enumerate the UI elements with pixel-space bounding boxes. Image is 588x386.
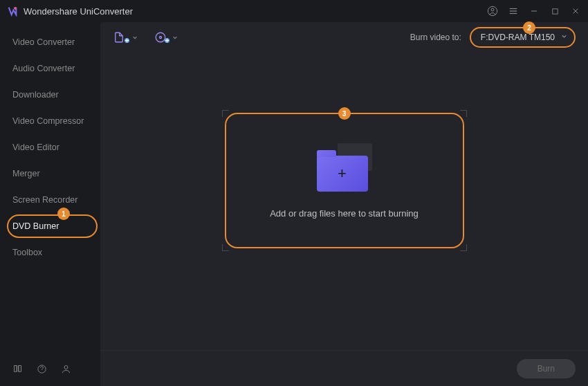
burn-to-label: Burn video to: [410, 33, 461, 42]
sidebar-item-label: Toolbox [12, 248, 42, 257]
svg-point-11 [64, 366, 68, 369]
sidebar-item-label: Audio Converter [12, 64, 75, 73]
corner-marker [222, 110, 229, 117]
titlebar-controls [487, 6, 581, 17]
svg-point-0 [14, 7, 17, 10]
sidebar-footer [0, 354, 100, 386]
add-file-icon[interactable] [113, 31, 138, 44]
chevron-down-icon [561, 34, 567, 42]
toolbar: Burn video to: 2 F:DVD-RAM TM150 [100, 22, 588, 53]
menu-icon[interactable] [508, 6, 519, 17]
callout-badge-3: 3 [338, 107, 351, 120]
content-area: Burn video to: 2 F:DVD-RAM TM150 3 [100, 22, 588, 386]
content-footer: Burn [100, 350, 588, 386]
callout-badge-1: 1 [57, 208, 70, 220]
add-folder-icon: + [317, 143, 372, 192]
account-icon[interactable] [487, 6, 498, 17]
add-disc-icon[interactable] [154, 31, 178, 44]
sidebar-item-toolbox[interactable]: Toolbox [0, 239, 100, 266]
sidebar-item-video-converter[interactable]: Video Converter [0, 29, 100, 55]
corner-marker [460, 110, 467, 117]
sidebar-item-label: Video Compressor [12, 116, 84, 126]
sidebar-item-label: Screen Recorder [12, 195, 78, 205]
callout-badge-2: 2 [523, 21, 535, 34]
minimize-icon[interactable] [529, 6, 540, 17]
corner-marker [460, 244, 467, 251]
drop-area[interactable]: 3 + Add or drag files here to start burn… [225, 113, 464, 248]
sidebar-item-screen-recorder[interactable]: Screen Recorder [0, 187, 100, 213]
close-icon[interactable] [570, 6, 581, 17]
sidebar-item-label: Video Editor [12, 143, 59, 152]
user-icon[interactable] [61, 364, 71, 376]
sidebar-item-downloader[interactable]: Downloader [0, 82, 100, 108]
burn-target-value: F:DVD-RAM TM150 [481, 33, 555, 42]
sidebar-item-label: Downloader [12, 90, 59, 100]
sidebar-item-label: DVD Burner [12, 221, 59, 231]
sidebar-item-label: Merger [12, 169, 40, 178]
drop-area-text: Add or drag files here to start burning [270, 208, 419, 219]
sidebar-item-audio-converter[interactable]: Audio Converter [0, 55, 100, 82]
sidebar-item-video-editor[interactable]: Video Editor [0, 134, 100, 160]
svg-rect-7 [552, 8, 557, 13]
sidebar-item-dvd-burner[interactable]: 1 DVD Burner [0, 213, 100, 239]
burn-button[interactable]: Burn [517, 359, 576, 378]
burn-target-select[interactable]: 2 F:DVD-RAM TM150 [470, 27, 576, 48]
maximize-icon[interactable] [549, 6, 560, 17]
help-icon[interactable] [37, 364, 47, 376]
sidebar: Video Converter Audio Converter Download… [0, 22, 100, 386]
corner-marker [222, 244, 229, 251]
plus-icon: + [338, 165, 347, 183]
titlebar: Wondershare UniConverter [0, 0, 588, 22]
sidebar-item-label: Video Converter [12, 37, 75, 47]
guide-icon[interactable] [12, 364, 23, 376]
sidebar-item-merger[interactable]: Merger [0, 160, 100, 187]
sidebar-item-video-compressor[interactable]: Video Compressor [0, 108, 100, 134]
svg-point-14 [160, 37, 162, 39]
app-title: Wondershare UniConverter [24, 6, 487, 17]
app-logo-icon [7, 6, 18, 17]
svg-point-2 [491, 8, 494, 11]
